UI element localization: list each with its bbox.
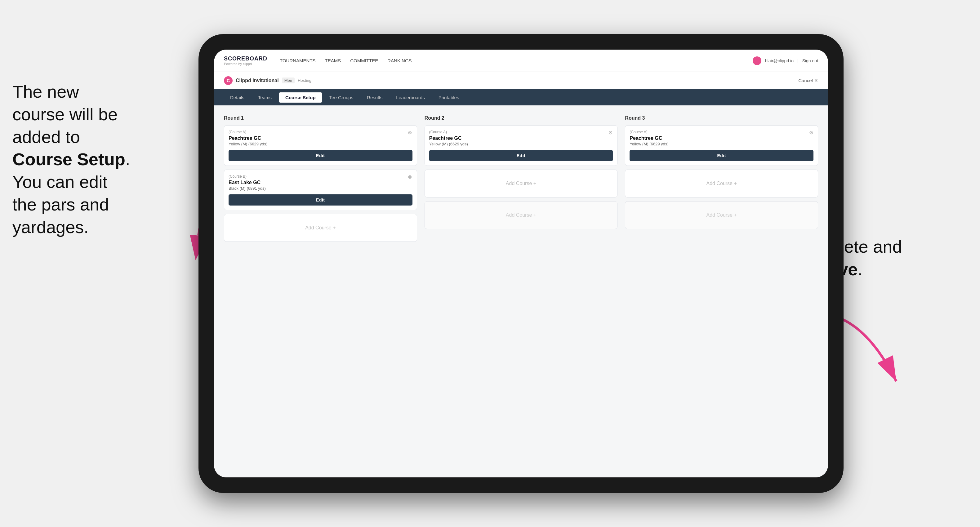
scoreboard-logo: SCOREBOARD Powered by clippd: [224, 56, 267, 66]
round3-course-a-edit-button[interactable]: Edit: [630, 150, 813, 161]
round2-course-a-delete-button[interactable]: ⊗: [607, 129, 614, 136]
annotation-bold: Course Setup: [13, 149, 125, 169]
cancel-button[interactable]: Cancel ✕: [798, 78, 818, 83]
round3-course-a-label: (Course A): [630, 130, 813, 134]
round1-course-b-details: Black (M) (6891 yds): [229, 186, 412, 190]
tab-results[interactable]: Results: [361, 92, 388, 103]
round-1-title: Round 1: [224, 115, 417, 121]
annotation-line1: The new: [13, 82, 79, 102]
round3-course-a-card: ⊗ (Course A) Peachtree GC Yellow (M) (66…: [625, 125, 818, 166]
nav-link-committee[interactable]: COMMITTEE: [350, 58, 378, 63]
nav-links: TOURNAMENTS TEAMS COMMITTEE RANKINGS: [280, 58, 412, 63]
tab-details[interactable]: Details: [224, 92, 251, 103]
annotation-line5: You can edit: [13, 172, 107, 192]
tab-leaderboards[interactable]: Leaderboards: [390, 92, 431, 103]
tab-teams[interactable]: Teams: [252, 92, 278, 103]
nav-link-rankings[interactable]: RANKINGS: [387, 58, 412, 63]
sign-out-link[interactable]: Sign out: [802, 58, 818, 63]
round1-course-a-edit-button[interactable]: Edit: [229, 150, 412, 161]
tabs-bar: Details Teams Course Setup Tee Groups Re…: [214, 89, 828, 105]
round3-course-a-delete-button[interactable]: ⊗: [807, 129, 815, 136]
main-content: Round 1 ⊗ (Course A) Peachtree GC Yellow…: [214, 105, 828, 478]
round1-course-a-label: (Course A): [229, 130, 412, 134]
round-2-title: Round 2: [425, 115, 618, 121]
separator: |: [797, 58, 799, 63]
round1-course-a-name: Peachtree GC: [229, 135, 412, 141]
round1-course-b-card: ⊗ (Course B) East Lake GC Black (M) (689…: [224, 170, 417, 210]
round2-add-course-button[interactable]: Add Course +: [425, 170, 618, 197]
round1-course-b-label: (Course B): [229, 174, 412, 179]
annotation-line2: course will be: [13, 105, 118, 124]
top-nav: SCOREBOARD Powered by clippd TOURNAMENTS…: [214, 49, 828, 72]
avatar: [752, 56, 761, 65]
rounds-grid: Round 1 ⊗ (Course A) Peachtree GC Yellow…: [224, 115, 818, 246]
round2-course-a-details: Yellow (M) (6629 yds): [429, 142, 613, 146]
round2-course-a-label: (Course A): [429, 130, 613, 134]
round3-add-course-disabled: Add Course +: [625, 201, 818, 229]
tab-printables[interactable]: Printables: [432, 92, 466, 103]
round1-course-b-delete-button[interactable]: ⊗: [406, 173, 414, 181]
user-email: blair@clippd.io: [765, 58, 794, 63]
round2-course-a-card: ⊗ (Course A) Peachtree GC Yellow (M) (66…: [425, 125, 618, 166]
round2-add-course-disabled: Add Course +: [425, 201, 618, 229]
nav-left: SCOREBOARD Powered by clippd TOURNAMENTS…: [224, 56, 412, 66]
round2-course-a-edit-button[interactable]: Edit: [429, 150, 613, 161]
round1-course-b-edit-button[interactable]: Edit: [229, 194, 412, 206]
tournament-info: C Clippd Invitational Men Hosting: [224, 76, 311, 85]
powered-by: Powered by clippd: [224, 62, 267, 66]
tournament-logo: C: [224, 76, 232, 85]
annotation-line3: added to: [13, 127, 80, 147]
round-3-title: Round 3: [625, 115, 818, 121]
nav-right: blair@clippd.io | Sign out: [752, 56, 818, 65]
tablet-screen: SCOREBOARD Powered by clippd TOURNAMENTS…: [214, 49, 828, 478]
round-2-column: Round 2 ⊗ (Course A) Peachtree GC Yellow…: [425, 115, 618, 246]
tab-course-setup[interactable]: Course Setup: [279, 92, 322, 103]
left-annotation: The new course will be added to Course S…: [13, 81, 223, 239]
tablet-device: SCOREBOARD Powered by clippd TOURNAMENTS…: [199, 34, 843, 493]
nav-link-tournaments[interactable]: TOURNAMENTS: [280, 58, 316, 63]
round3-course-a-name: Peachtree GC: [630, 135, 813, 141]
round2-course-a-name: Peachtree GC: [429, 135, 613, 141]
tournament-name: Clippd Invitational: [236, 78, 279, 83]
round3-add-course-button[interactable]: Add Course +: [625, 170, 818, 197]
scoreboard-title: SCOREBOARD: [224, 56, 267, 62]
round-1-column: Round 1 ⊗ (Course A) Peachtree GC Yellow…: [224, 115, 417, 246]
round1-course-a-delete-button[interactable]: ⊗: [406, 129, 414, 136]
tournament-bar: C Clippd Invitational Men Hosting Cancel…: [214, 72, 828, 89]
tournament-status: Hosting: [298, 78, 311, 83]
round1-course-b-name: East Lake GC: [229, 180, 412, 186]
nav-link-teams[interactable]: TEAMS: [325, 58, 341, 63]
round1-course-a-card: ⊗ (Course A) Peachtree GC Yellow (M) (66…: [224, 125, 417, 166]
tab-tee-groups[interactable]: Tee Groups: [323, 92, 360, 103]
annotation-line6: the pars and: [13, 195, 109, 214]
round3-course-a-details: Yellow (M) (6629 yds): [630, 142, 813, 146]
gender-badge: Men: [282, 78, 294, 83]
annotation-line7: yardages.: [13, 217, 89, 237]
round-3-column: Round 3 ⊗ (Course A) Peachtree GC Yellow…: [625, 115, 818, 246]
round1-add-course-button[interactable]: Add Course +: [224, 214, 417, 242]
round1-course-a-details: Yellow (M) (6629 yds): [229, 142, 412, 146]
